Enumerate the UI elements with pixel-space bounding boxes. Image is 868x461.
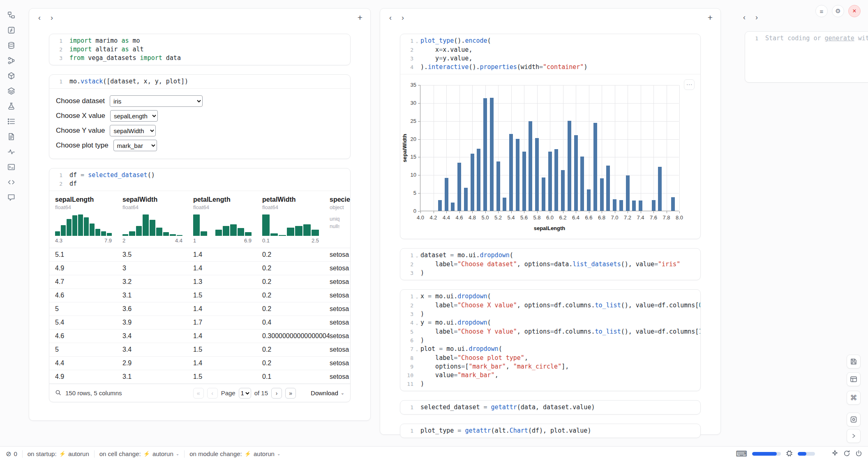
plot-area[interactable]: sepalWidth 051015202530354.04.24.44.64.8… [420,85,679,211]
code-line[interactable]: 2df [52,180,345,188]
y-dropdown[interactable]: sepalWidth [110,125,156,136]
outline-icon[interactable] [5,116,17,126]
table-row[interactable]: 4.93.11.50.1setosa [49,370,350,384]
code-line[interactable]: 1selected_dataset = getattr(data, datase… [403,403,695,412]
app-view-button[interactable] [847,413,861,426]
settings-gear-icon[interactable]: ⚙ [832,5,844,17]
code-placeholder[interactable]: Start coding or generate with AI [765,34,868,43]
fold-chevron-icon[interactable]: ⌄ [413,345,420,354]
power-icon[interactable] [855,450,862,458]
code-line[interactable]: 1⌄x = mo.ui.dropdown( [403,292,695,301]
code-line[interactable]: 2import altair as alt [52,45,345,54]
chat-icon[interactable] [5,192,17,202]
table-row[interactable]: 5.43.91.70.4setosa [49,316,350,330]
cell-actions-button[interactable]: ⋯ [684,79,695,90]
table-row[interactable]: 4.931.40.2setosa [49,262,350,275]
code-line[interactable]: 2 label="Choose dataset", options=data.l… [403,260,695,269]
code-cell-plot[interactable]: 1⌄plot_type().encode(2 x=x.value,3 y=y.v… [400,34,701,239]
column-header[interactable]: petalLengthfloat64 [193,196,262,210]
code-line[interactable]: 1⌄plot_type().encode( [403,37,695,46]
tracing-icon[interactable] [5,147,17,157]
dataset-dropdown[interactable]: iris [110,95,203,107]
plot-type-dropdown[interactable]: mark_bar [113,140,157,151]
menu-icon[interactable]: ≡ [815,5,828,17]
fold-chevron-icon[interactable]: ⌄ [413,251,420,260]
add-cell-button[interactable]: + [355,12,365,23]
run-all-button[interactable] [847,429,861,443]
documentation-icon[interactable] [5,86,17,96]
fold-chevron-icon[interactable]: ⌄ [413,37,420,46]
code-line[interactable]: 1import marimo as mo [52,37,345,45]
next-page-button[interactable]: › [271,388,282,399]
search-icon[interactable] [55,390,61,397]
column-collapse-left-button[interactable]: ‹ [34,12,45,23]
code-line[interactable]: 11) [403,380,695,388]
table-row[interactable]: 4.42.91.40.2setosa [49,357,350,370]
table-row[interactable]: 4.63.11.50.2setosa [49,289,350,302]
ai-sparkle-icon[interactable] [831,450,838,458]
table-row[interactable]: 4.73.21.30.2setosa [49,275,350,289]
code-line[interactable]: 1mo.vstack([dataset, x, y, plot]) [52,77,345,86]
column-header[interactable]: petalWidthfloat64 [262,196,330,210]
layout-toggle-button[interactable] [847,372,861,386]
column-header[interactable]: sepalWidthfloat64 [122,196,193,210]
code-line[interactable]: 3 y=y.value, [403,54,695,63]
save-button[interactable] [847,355,861,369]
packages-icon[interactable] [5,71,17,81]
restart-icon[interactable] [843,450,850,458]
code-line[interactable]: 1⌄dataset = mo.ui.dropdown( [403,251,695,260]
variables-icon[interactable] [5,25,17,35]
scratchpad-icon[interactable] [5,101,17,111]
command-palette-button[interactable]: ⌘ [847,391,861,405]
fold-chevron-icon[interactable]: ⌄ [413,292,420,301]
column-header[interactable]: speciesobject [330,196,350,210]
code-cell-selected-dataset[interactable]: 1selected_dataset = getattr(data, datase… [400,400,701,415]
column-collapse-left-button[interactable]: ‹ [739,12,750,23]
keyboard-icon[interactable]: ⌨ [736,449,747,459]
last-page-button[interactable]: » [285,388,296,399]
column-collapse-right-button[interactable]: › [397,12,408,23]
code-line[interactable]: 7⌄plot = mo.ui.dropdown( [403,345,695,354]
code-line[interactable]: 3from vega_datasets import data [52,54,345,62]
column-header[interactable]: sepalLengthfloat64 [55,196,122,210]
file-explorer-icon[interactable] [5,10,17,20]
column-collapse-right-button[interactable]: › [751,12,762,23]
fold-chevron-icon[interactable]: ⌄ [413,318,420,327]
download-button[interactable]: Download ⌄ [311,390,344,396]
code-line[interactable]: 9 options=["mark_bar", "mark_circle"], [403,362,695,371]
status-setting[interactable]: on startup:⚡autorun [28,450,89,457]
code-line[interactable]: 3) [403,310,695,318]
code-line[interactable]: 2 x=x.value, [403,46,695,54]
logs-icon[interactable] [5,131,17,141]
terminal-icon[interactable] [5,162,17,172]
status-setting[interactable]: on module change:⚡autorun⌄ [189,450,280,457]
code-cell-xy-dropdowns[interactable]: 1⌄x = mo.ui.dropdown(2 label="Choose X v… [400,289,701,391]
code-cell-vstack[interactable]: 1mo.vstack([dataset, x, y, plot]) Choose… [49,74,351,159]
prev-page-button[interactable]: ‹ [207,388,218,399]
table-row[interactable]: 53.41.50.2setosa [49,343,350,357]
table-row[interactable]: 4.63.41.40.30000000000000004setosa [49,330,350,343]
column-collapse-left-button[interactable]: ‹ [385,12,396,23]
code-line[interactable]: 4).interactive().properties(width="conta… [403,63,695,71]
page-select[interactable]: 1 [239,388,251,399]
code-cell-dataframe[interactable]: 1df = selected_dataset()2df sepalLengthf… [49,168,351,402]
code-line[interactable]: 4⌄y = mo.ui.dropdown( [403,318,695,327]
code-line[interactable]: 1df = selected_dataset() [52,171,345,180]
code-line[interactable]: 10 value="mark_bar", [403,371,695,380]
status-setting[interactable]: on cell change:⚡autorun⌄ [99,450,179,457]
table-row[interactable]: 5.13.51.40.2setosa [49,248,350,262]
code-line[interactable]: 6) [403,336,695,345]
code-cell-dataset-dropdown[interactable]: 1⌄dataset = mo.ui.dropdown(2 label="Choo… [400,248,701,280]
generate-with-ai-link[interactable]: generate [825,35,854,42]
code-cell-imports[interactable]: 1import marimo as mo2import altair as al… [49,34,351,65]
empty-code-cell[interactable]: 1 Start coding or generate with AI [745,31,868,83]
code-line[interactable]: 2 label="Choose X value", options=df.col… [403,301,695,310]
column-collapse-right-button[interactable]: › [46,12,57,23]
table-row[interactable]: 53.61.40.2setosa [49,302,350,316]
error-indicator[interactable]: ⊘ 0 [6,450,17,458]
close-icon[interactable]: × [848,5,861,17]
code-cell-plot-type[interactable]: 1plot_type = getattr(alt.Chart(df), plot… [400,424,701,438]
code-line[interactable]: 3) [403,269,695,277]
dependency-graph-icon[interactable] [5,55,17,65]
snippets-icon[interactable] [5,177,17,187]
